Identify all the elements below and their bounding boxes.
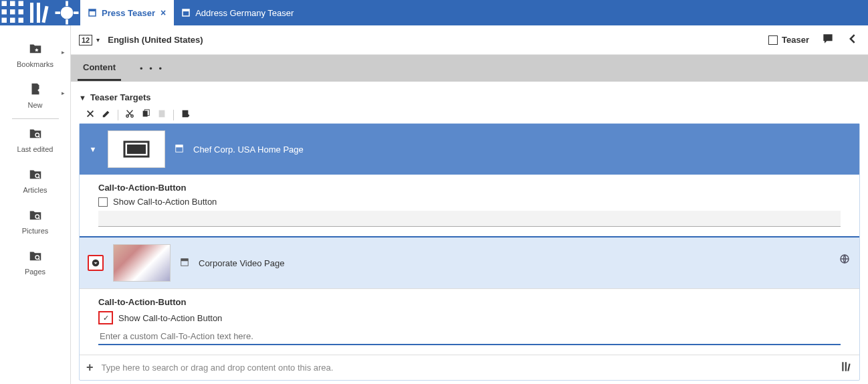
sidebar-item-label: Bookmarks	[0, 60, 70, 68]
folder-star-icon	[28, 41, 43, 58]
library-icon[interactable]	[841, 361, 853, 375]
folder-search-icon	[28, 248, 43, 265]
tab-address-germany-teaser[interactable]: Address Germany Teaser	[174, 0, 302, 25]
chevron-right-icon: ▸	[62, 49, 65, 56]
paste-icon[interactable]	[157, 109, 167, 120]
expand-caret-icon[interactable]	[88, 255, 104, 271]
svg-rect-16	[183, 9, 189, 11]
svg-rect-5	[19, 9, 24, 15]
globe-icon[interactable]	[839, 254, 850, 266]
cta-checkbox-label: Show Call-to-Action Button	[113, 197, 217, 207]
apps-icon[interactable]	[0, 0, 27, 25]
locale-badge-count: 12	[79, 35, 92, 45]
svg-rect-2	[19, 1, 24, 7]
sidebar-item-label: Articles	[0, 186, 70, 194]
tab-content[interactable]: Content	[78, 56, 121, 81]
locale-bar: 12 ▾ English (United States) Teaser	[71, 25, 868, 55]
svg-rect-3	[2, 9, 7, 15]
chevron-down-icon: ▾	[96, 36, 100, 43]
cta-checkbox-row: ✓ Show Call-to-Action Button	[98, 197, 841, 207]
target-label: Chef Corp. USA Home Page	[193, 145, 304, 155]
tab-press-teaser[interactable]: Press Teaser ×	[80, 0, 174, 25]
target-label: Corporate Video Page	[199, 258, 284, 268]
expand-caret-icon[interactable]: ▼	[88, 145, 98, 153]
add-icon[interactable]: +	[86, 361, 94, 375]
svg-rect-0	[2, 1, 7, 7]
copy-icon[interactable]	[141, 109, 150, 120]
delete-icon[interactable]	[86, 109, 95, 120]
cta-checkbox-row: ✓ Show Call-to-Action Button	[98, 311, 841, 324]
teaser-type-icon	[768, 35, 778, 45]
show-cta-checkbox[interactable]: ✓	[98, 311, 113, 324]
close-icon[interactable]: ×	[160, 7, 166, 18]
svg-rect-4	[10, 9, 15, 15]
cta-title: Call-to-Action-Button	[98, 297, 841, 307]
collapse-panel-icon[interactable]	[847, 32, 860, 47]
folder-search-icon	[28, 126, 43, 142]
sidebar-item-new[interactable]: New ▸	[0, 76, 70, 117]
target-thumbnail	[113, 244, 171, 282]
svg-rect-10	[37, 3, 40, 23]
cta-text-input[interactable]	[98, 211, 841, 227]
cta-text-input[interactable]	[98, 328, 841, 345]
chevron-right-icon: ▸	[62, 90, 65, 96]
target-header[interactable]: Corporate Video Page	[80, 237, 859, 288]
new-doc-icon	[28, 82, 43, 98]
svg-rect-9	[30, 3, 33, 23]
tab-more-icon[interactable]: • • •	[134, 57, 169, 80]
target-list: ▼ Chef Corp. USA Home Page Call-to-Actio…	[79, 123, 860, 381]
paste-link-icon[interactable]	[181, 109, 190, 120]
cut-icon[interactable]	[125, 109, 134, 120]
comments-icon[interactable]	[821, 32, 835, 47]
svg-point-12	[62, 8, 72, 18]
panel-title: Teaser Targets	[90, 92, 151, 102]
library-icon[interactable]	[27, 0, 53, 25]
folder-search-icon	[28, 167, 43, 183]
sidebar-item-pictures[interactable]: Pictures	[0, 202, 70, 243]
sidebar-item-label: Pictures	[0, 227, 70, 235]
locale-selector[interactable]: 12 ▾	[79, 35, 100, 45]
svg-rect-30	[176, 145, 183, 147]
target-thumbnail	[108, 130, 165, 168]
svg-rect-11	[41, 6, 48, 23]
navigate-icon[interactable]	[53, 0, 80, 25]
content-area: ▼ Teaser Targets ▼	[71, 82, 868, 384]
panel-title-row[interactable]: ▼ Teaser Targets	[79, 88, 860, 106]
sidebar-item-last-edited[interactable]: Last edited	[0, 120, 70, 161]
sidebar-item-pages[interactable]: Pages	[0, 243, 70, 284]
svg-rect-6	[2, 18, 7, 23]
svg-rect-1	[10, 1, 15, 7]
page-icon	[180, 258, 189, 269]
collapse-caret-icon: ▼	[79, 94, 86, 102]
separator	[118, 110, 118, 120]
separator	[173, 110, 174, 120]
tab-label: Press Teaser	[102, 8, 155, 18]
svg-rect-26	[183, 110, 189, 118]
sidebar-item-articles[interactable]: Articles	[0, 161, 70, 202]
svg-rect-8	[19, 18, 24, 23]
show-cta-checkbox[interactable]: ✓	[98, 197, 108, 207]
sidebar-item-label: Pages	[0, 268, 70, 276]
app-topbar: Press Teaser × Address Germany Teaser	[0, 0, 868, 25]
cta-section: Call-to-Action-Button ✓ Show Call-to-Act…	[80, 289, 859, 355]
cta-title: Call-to-Action-Button	[98, 183, 841, 193]
sidebar-item-label: New	[0, 101, 70, 109]
svg-rect-35	[842, 362, 843, 371]
sidebar-item-bookmarks[interactable]: Bookmarks ▸	[0, 35, 70, 76]
cta-section: Call-to-Action-Button ✓ Show Call-to-Act…	[80, 175, 859, 236]
main-area: 12 ▾ English (United States) Teaser Cont…	[71, 25, 868, 384]
svg-rect-36	[845, 362, 847, 371]
svg-rect-28	[127, 145, 146, 154]
targets-toolbar	[79, 106, 860, 123]
content-tab-row: Content • • •	[71, 55, 868, 82]
target-header[interactable]: ▼ Chef Corp. USA Home Page	[80, 124, 859, 175]
sidebar-item-label: Last edited	[0, 145, 70, 153]
type-indicator: Teaser	[768, 35, 809, 45]
locale-name: English (United States)	[108, 35, 203, 45]
edit-icon[interactable]	[102, 109, 111, 120]
svg-rect-37	[847, 363, 851, 371]
svg-rect-14	[89, 9, 96, 11]
sidebar: Bookmarks ▸ New ▸ Last edited Articles P…	[0, 25, 71, 384]
page-icon	[175, 144, 184, 155]
sidebar-divider	[12, 118, 59, 119]
